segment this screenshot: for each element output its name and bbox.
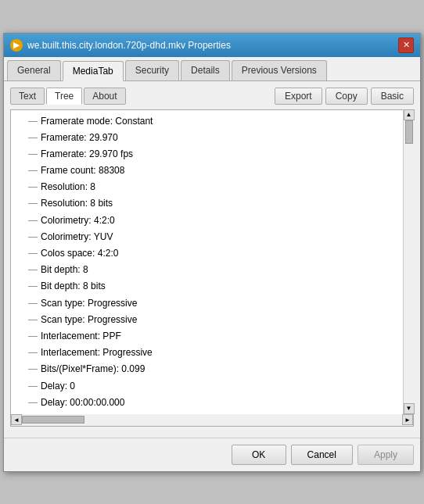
copy-button[interactable]: Copy [325, 88, 368, 105]
tree-item: Framerate: 29.970 fps [13, 146, 401, 163]
scroll-thumb-horizontal[interactable] [22, 416, 84, 424]
tree-item: Resolution: 8 [13, 179, 401, 195]
sub-tab-about[interactable]: About [84, 88, 125, 105]
scroll-track-horizontal[interactable] [22, 415, 402, 424]
tab-mediатab[interactable]: MediaTab [63, 61, 124, 81]
tree-item: Bit depth: 8 bits [13, 278, 401, 295]
sub-tab-tree[interactable]: Tree [46, 88, 82, 105]
tree-item: Bits/(Pixel*Frame): 0.099 [13, 361, 401, 377]
sub-tab-text[interactable]: Text [10, 88, 45, 105]
content-area: Text Tree About Export Copy Basic [4, 81, 420, 433]
tree-item: Framerate: 29.970 [13, 130, 401, 146]
tree-item: Delay: 00:00:00.000 [13, 395, 401, 411]
window-title: we.built.this.city.london.720p-dhd.mkv P… [27, 40, 231, 51]
sub-tab-group: Text Tree About [10, 88, 126, 105]
scroll-right-button[interactable]: ► [402, 414, 413, 425]
scroll-down-button[interactable]: ▼ [404, 403, 415, 414]
tree-inner: Framerate mode: ConstantFramerate: 29.97… [11, 110, 403, 414]
basic-button[interactable]: Basic [371, 88, 414, 105]
tree-item: Delay: 0 [13, 378, 401, 395]
scroll-thumb-vertical[interactable] [405, 120, 413, 144]
horizontal-scrollbar[interactable]: ◄ ► [10, 414, 414, 427]
title-bar-left: ▶ we.built.this.city.london.720p-dhd.mkv… [10, 39, 231, 52]
export-button[interactable]: Export [275, 88, 322, 105]
tree-item: Interlacement: PPF [13, 328, 401, 345]
tree-scroll-area: Framerate mode: ConstantFramerate: 29.97… [10, 109, 414, 414]
tab-security[interactable]: Security [125, 60, 179, 80]
tree-item: Framerate mode: Constant [13, 113, 401, 130]
tree-item: Delay_Source: Container [13, 411, 401, 414]
title-bar: ▶ we.built.this.city.london.720p-dhd.mkv… [4, 34, 420, 57]
app-icon: ▶ [10, 39, 23, 52]
vertical-scrollbar[interactable]: ▲ ▼ [403, 109, 414, 414]
bottom-bar: OK Cancel Apply [4, 438, 420, 471]
tree-item: Colos space: 4:2:0 [13, 245, 401, 262]
tree-content[interactable]: Framerate mode: ConstantFramerate: 29.97… [10, 109, 403, 414]
scroll-left-button[interactable]: ◄ [11, 414, 22, 425]
tree-item: Bit depth: 8 [13, 262, 401, 278]
tree-item: Resolution: 8 bits [13, 195, 401, 212]
tree-view-container: Framerate mode: ConstantFramerate: 29.97… [10, 109, 414, 427]
properties-window: ▶ we.built.this.city.london.720p-dhd.mkv… [3, 33, 421, 472]
scroll-up-button[interactable]: ▲ [404, 109, 415, 120]
tab-details[interactable]: Details [181, 60, 230, 80]
tree-item: Scan type: Progressive [13, 295, 401, 312]
tree-item: Scan type: Progressive [13, 312, 401, 328]
apply-button[interactable]: Apply [358, 445, 414, 465]
close-button[interactable]: ✕ [398, 38, 414, 53]
sub-tab-row: Text Tree About Export Copy Basic [10, 88, 414, 105]
tab-previous-versions[interactable]: Previous Versions [232, 60, 327, 80]
tree-item: Frame count: 88308 [13, 163, 401, 179]
action-buttons: Export Copy Basic [275, 88, 414, 105]
tree-item: Colorimetry: YUV [13, 229, 401, 245]
main-tab-bar: General MediaTab Security Details Previo… [4, 57, 420, 81]
ok-button[interactable]: OK [232, 445, 286, 465]
cancel-button[interactable]: Cancel [291, 445, 353, 465]
tree-item: Colorimetry: 4:2:0 [13, 213, 401, 229]
tree-item: Interlacement: Progressive [13, 345, 401, 361]
tab-general[interactable]: General [7, 60, 61, 80]
scroll-track-vertical[interactable] [404, 120, 414, 403]
